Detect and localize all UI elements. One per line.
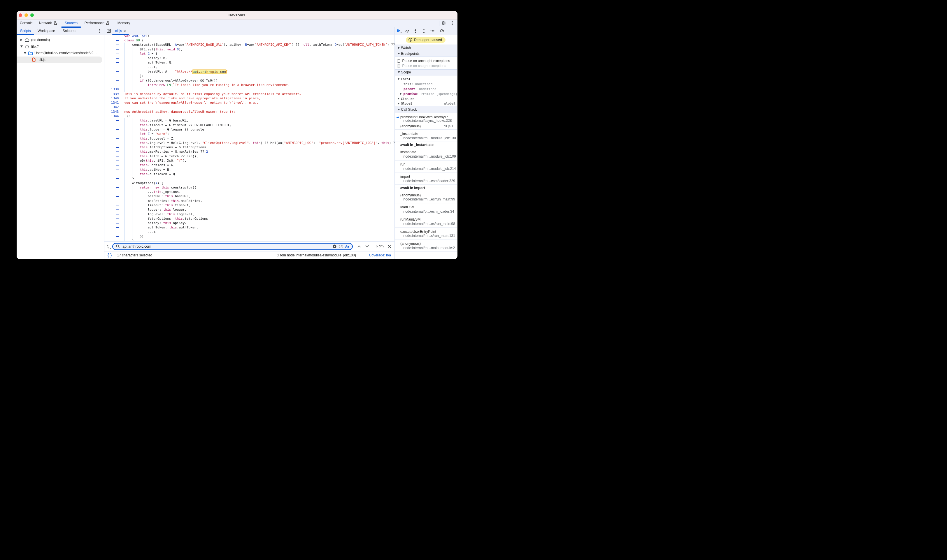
more-options-kebab-icon[interactable]	[448, 21, 456, 25]
code-line: };	[104, 74, 395, 78]
main-tab-performance[interactable]: Performance	[81, 20, 113, 27]
scope-row-promise[interactable]: promise: Promise {<pending>}	[395, 91, 457, 97]
search-input[interactable]: api.anthropic.com (.*) Aa	[112, 243, 353, 250]
main-tab-sources[interactable]: Sources	[61, 20, 81, 27]
sidebar-tab-workspace[interactable]: Workspace	[34, 27, 58, 35]
tree-item--no-domain-[interactable]: (no domain)	[17, 37, 104, 43]
toggle-navigator-panel-icon[interactable]	[107, 29, 111, 33]
wrapped-line-gutter-dash	[116, 76, 119, 76]
code-area[interactable]: var Xs0, $F1;class $8 { constructor({bas…	[104, 35, 395, 241]
expanded-arrow-icon[interactable]	[397, 78, 400, 80]
call-stack-frame--anonymous-[interactable]: (anonymous)cli.js:1	[395, 123, 457, 130]
source-mapping-link[interactable]: node:internal/modules/esm/module_job:130	[287, 253, 355, 257]
main-tab-console[interactable]: Console	[17, 20, 36, 27]
call-stack-frame-executeuserentrypoint[interactable]: executeUserEntryPointnode:internal/m…s/r…	[395, 228, 457, 240]
code-line-text: return new this.constructor({	[124, 185, 196, 190]
close-tab-icon[interactable]	[123, 30, 126, 32]
match-case-toggle-icon[interactable]: Aa	[345, 245, 349, 249]
search-next-button[interactable]	[364, 242, 371, 251]
sidebar-more-kebab-icon[interactable]	[99, 29, 100, 33]
code-line-text: new Anthropic({ apiKey, dangerouslyAllow…	[124, 109, 235, 114]
step-out-icon[interactable]	[422, 29, 426, 33]
code-line: ...A	[104, 230, 395, 234]
step-into-icon[interactable]	[413, 29, 418, 33]
clear-search-icon[interactable]	[333, 245, 336, 248]
step-over-icon[interactable]	[405, 29, 410, 33]
scope-var-value: undefined	[419, 87, 436, 91]
checkbox[interactable]	[397, 65, 401, 68]
line-number[interactable]: 1344	[104, 114, 119, 118]
expanded-arrow-icon[interactable]	[23, 52, 27, 54]
call-stack-frame-runmainesm[interactable]: runMainESMnode:internal/m…es/run_main:98	[395, 215, 457, 228]
step-icon[interactable]	[430, 29, 435, 33]
section-title: Breakpoints	[401, 52, 420, 55]
coverage-link[interactable]: Coverage: n/a	[369, 253, 391, 257]
expanded-arrow-icon[interactable]	[20, 45, 24, 48]
wrapped-line-gutter-dash	[116, 183, 119, 183]
resume-icon[interactable]	[396, 29, 401, 33]
wrapped-line-gutter-dash	[116, 187, 119, 188]
scope-row-this[interactable]: this: undefined	[395, 82, 457, 86]
deactivate-breakpoints-icon[interactable]	[440, 29, 445, 33]
code-line-text: If you understand the risks and have app…	[124, 96, 261, 100]
scope-row-Closure[interactable]: Closure	[395, 97, 457, 102]
wrapped-line-gutter-dash	[116, 138, 119, 139]
tree-item-cli-js[interactable]: cli.js	[17, 57, 104, 63]
editor-tab-cli-js[interactable]: cli.js	[112, 27, 129, 35]
sidebar-tab-scripts[interactable]: Scripts	[17, 27, 34, 35]
line-number[interactable]: 1341	[104, 100, 119, 105]
call-stack-frame-loadesm[interactable]: loadESMnode:internal/p…/esm_loader:34	[395, 203, 457, 215]
settings-gear-icon[interactable]	[440, 21, 448, 25]
call-stack-section-header[interactable]: Call Stack	[395, 106, 457, 113]
code-line-text: baseURL: A || "https://api.anthropic.com…	[124, 69, 228, 74]
line-number[interactable]: 1338	[104, 87, 119, 91]
tree-item-users-jinhuilee-nvm-versions-node-v2-[interactable]: Users/jinhuilee/.nvm/versions/node/v2…	[17, 50, 104, 57]
regex-toggle-icon[interactable]: (.*)	[338, 245, 343, 249]
from-suffix: )	[355, 253, 356, 257]
frame-function-name: runMainESM	[400, 217, 457, 222]
call-stack-frame-instantiate[interactable]: instantiatenode:internal/m…module_job:10…	[395, 148, 457, 160]
main-tab-network[interactable]: Network	[36, 20, 60, 27]
frame-location: node:internal/m…module_job:109	[404, 154, 457, 159]
pretty-print-icon[interactable]	[107, 253, 112, 258]
tree-item-file-[interactable]: file://	[17, 43, 104, 50]
call-stack-frame-import[interactable]: importnode:internal/m…esm/loader:329	[395, 172, 457, 185]
code-line: var Xs0, $F1;	[104, 35, 395, 38]
replace-toggle-icon[interactable]: AB	[107, 244, 112, 249]
scope-row-parent[interactable]: parent: undefined	[395, 86, 457, 91]
code-line-text: apiKey: B,	[124, 56, 167, 60]
frame-function-name: loadESM	[400, 205, 457, 209]
code-line-text: })	[124, 234, 144, 238]
call-stack-frame--anonymous-[interactable]: (anonymous)node:internal/m…es/run_main:9…	[395, 191, 457, 203]
main-tab-memory[interactable]: Memory	[114, 20, 133, 27]
scope-row-Global[interactable]: Globalglobal	[395, 102, 457, 106]
line-number[interactable]: 1339	[104, 92, 119, 96]
call-stack-frame--anonymous-[interactable]: (anonymous)node:internal/m…main_module:2	[395, 240, 457, 252]
wrapped-line-gutter-dash	[116, 120, 119, 121]
collapsed-arrow-icon[interactable]	[400, 93, 403, 95]
tab-label: Snippets	[63, 29, 76, 33]
collapsed-arrow-icon[interactable]	[20, 39, 24, 41]
watch-section-header[interactable]: Watch	[395, 45, 457, 51]
line-number[interactable]: 1342	[104, 105, 119, 109]
sidebar-tab-snippets[interactable]: Snippets	[60, 27, 80, 35]
breakpoint-option-caught[interactable]: Pause on caught exceptions	[395, 63, 457, 68]
scope-row-Local[interactable]: Local	[395, 77, 457, 82]
collapsed-arrow-icon[interactable]	[397, 98, 400, 100]
active-frame-arrow-icon	[396, 116, 399, 119]
search-query-text[interactable]: api.anthropic.com	[122, 245, 333, 249]
search-previous-button[interactable]	[356, 242, 363, 251]
call-stack-frame--instantiate[interactable]: _instantiatenode:internal/m…module_job:1…	[395, 130, 457, 142]
checkbox[interactable]	[397, 60, 401, 63]
breakpoint-option-uncaught[interactable]: Pause on uncaught exceptions	[395, 58, 457, 63]
line-number[interactable]: 1343	[104, 109, 119, 114]
call-stack-frame-run[interactable]: runnode:internal/m…module_job:214	[395, 160, 457, 173]
line-number[interactable]: 1340	[104, 96, 119, 100]
code-line: this.logLevel = Z,	[104, 136, 395, 141]
scope-section-header[interactable]: Scope	[395, 70, 457, 75]
close-search-button[interactable]	[386, 242, 393, 251]
wrapped-line-gutter-dash	[116, 174, 119, 174]
breakpoints-section-header[interactable]: Breakpoints	[395, 51, 457, 57]
call-stack-frame-promiseinithookwithdestroytr-[interactable]: promiseInitHookWithDestroyTr…node:intern…	[395, 113, 457, 123]
collapsed-arrow-icon[interactable]	[397, 103, 400, 105]
